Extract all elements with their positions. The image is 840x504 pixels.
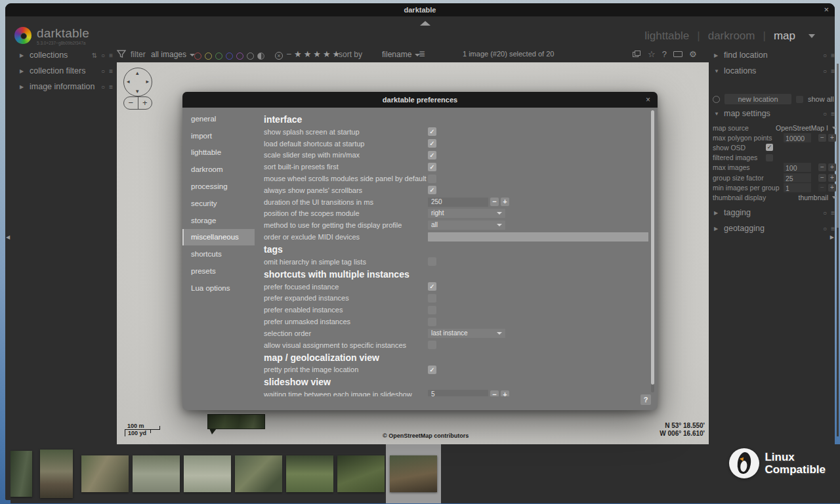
rating-stars[interactable]: ★★★★★ xyxy=(294,49,342,59)
pref-checkbox[interactable]: ✓ xyxy=(428,127,436,136)
right-module-locations[interactable]: ▼locations○≡ xyxy=(714,66,835,76)
left-module-collection-filters[interactable]: ▶collection filters○≡ xyxy=(20,66,113,76)
map-zoom-control[interactable]: − + xyxy=(123,96,152,110)
expand-arrow-icon[interactable]: ▶ xyxy=(20,84,25,90)
pref-select[interactable]: last instance xyxy=(428,329,505,338)
spin-minus-button[interactable]: − xyxy=(818,174,826,182)
filter-funnel-icon[interactable] xyxy=(117,49,129,58)
right-module-tagging[interactable]: ▶tagging○≡ xyxy=(714,207,835,218)
pref-checkbox[interactable]: ✓ xyxy=(428,186,436,194)
preferences-gear-icon[interactable]: ⚙ xyxy=(689,49,697,59)
right-panel-scrollbar[interactable] xyxy=(837,64,839,436)
spin-minus-button[interactable]: − xyxy=(490,198,499,206)
presets-icon[interactable]: ≡ xyxy=(109,83,113,91)
setting-spin-value[interactable]: 25 xyxy=(784,173,811,182)
setting-spin-value[interactable]: 1 xyxy=(784,183,811,192)
expand-arrow-icon[interactable]: ▶ xyxy=(714,210,719,216)
pref-checkbox[interactable]: ✓ xyxy=(428,282,436,291)
left-module-image-information[interactable]: ▶image information○≡ xyxy=(20,81,113,92)
dropdown-caret-icon[interactable] xyxy=(832,196,836,199)
spin-plus-button[interactable]: + xyxy=(828,163,836,171)
right-module-geotagging[interactable]: ▶geotagging○≡ xyxy=(714,223,835,234)
pan-up-icon[interactable]: ▴ xyxy=(136,70,139,76)
color-label-filter-1[interactable] xyxy=(205,52,212,60)
pref-tab-shortcuts[interactable]: shortcuts xyxy=(182,245,255,262)
pref-tab-storage[interactable]: storage xyxy=(182,212,255,229)
pref-tab-lighttable[interactable]: lighttable xyxy=(182,144,255,161)
filmstrip-thumbnail[interactable] xyxy=(232,444,285,503)
zoom-in-icon[interactable]: + xyxy=(138,97,152,109)
expand-arrow-icon[interactable]: ▼ xyxy=(714,68,719,74)
pref-tab-miscellaneous[interactable]: miscellaneous xyxy=(182,229,255,246)
expand-arrow-icon[interactable]: ▶ xyxy=(714,226,719,232)
pref-checkbox[interactable]: ✓ xyxy=(428,366,436,374)
dialog-scrollbar[interactable] xyxy=(651,110,654,392)
sort-order-icon[interactable]: ⇅ xyxy=(92,52,97,59)
rating-dash-icon[interactable]: – xyxy=(287,49,291,58)
reject-filter-icon[interactable]: × xyxy=(275,51,283,60)
zoom-out-icon[interactable]: − xyxy=(124,97,138,109)
setting-checkbox[interactable]: ✓ xyxy=(766,144,773,151)
pref-checkbox[interactable] xyxy=(428,318,436,326)
expand-arrow-icon[interactable]: ▶ xyxy=(20,68,25,74)
filmstrip-thumbnail[interactable] xyxy=(284,444,336,503)
pref-tab-darkroom[interactable]: darkroom xyxy=(182,161,255,178)
pref-tab-presets[interactable]: presets xyxy=(182,262,255,280)
color-label-filter-5[interactable] xyxy=(247,52,254,60)
presets-icon[interactable]: ≡ xyxy=(109,68,113,75)
color-label-filter-2[interactable] xyxy=(215,52,222,60)
right-module-find-location[interactable]: ▶find location○≡ xyxy=(714,50,835,60)
pref-checkbox[interactable]: ✓ xyxy=(428,163,436,171)
view-dropdown-caret-icon[interactable] xyxy=(808,34,815,38)
presets-icon[interactable]: ≡ xyxy=(831,110,835,117)
pref-spin-value[interactable]: 5 xyxy=(428,390,488,396)
color-label-filter-3[interactable] xyxy=(226,52,233,60)
spin-minus-button[interactable]: − xyxy=(490,390,499,396)
help-icon[interactable]: ? xyxy=(662,49,667,59)
reset-icon[interactable]: ○ xyxy=(101,52,105,59)
pan-left-icon[interactable]: ◂ xyxy=(127,78,130,85)
setting-spin-value[interactable]: 10000 xyxy=(784,133,811,142)
pref-checkbox[interactable] xyxy=(428,294,436,303)
spin-minus-button[interactable]: − xyxy=(818,163,826,171)
presets-icon[interactable]: ≡ xyxy=(831,68,835,75)
view-tab-darkroom[interactable]: darkroom xyxy=(708,30,755,43)
pref-tab-general[interactable]: general xyxy=(182,110,255,127)
map-image-marker[interactable] xyxy=(207,414,265,429)
new-location-button[interactable]: new location xyxy=(724,94,791,104)
left-panel-expand-icon[interactable]: ◀ xyxy=(6,234,10,240)
setting-select-value[interactable]: thumbnail xyxy=(798,194,828,201)
filmstrip-thumbnail[interactable] xyxy=(33,444,80,503)
pref-select[interactable]: all xyxy=(428,220,505,230)
spin-minus-button[interactable]: − xyxy=(818,134,826,142)
right-panel-expand-icon[interactable]: ▶ xyxy=(830,234,834,240)
spin-plus-button[interactable]: + xyxy=(828,134,836,142)
filmstrip-thumbnail[interactable] xyxy=(386,444,441,503)
filmstrip-thumbnail[interactable] xyxy=(181,444,234,503)
dialog-close-icon[interactable]: × xyxy=(646,95,650,104)
pref-text-input[interactable] xyxy=(428,232,648,242)
focus-peaking-icon[interactable] xyxy=(673,49,682,59)
grouping-icon[interactable] xyxy=(633,51,641,58)
reset-icon[interactable]: ○ xyxy=(823,110,827,117)
presets-icon[interactable]: ≡ xyxy=(831,209,835,217)
view-tab-lighttable[interactable]: lighttable xyxy=(644,30,689,43)
reset-icon[interactable]: ○ xyxy=(823,68,827,75)
filmstrip-thumbnail[interactable] xyxy=(79,444,131,503)
pref-tab-processing[interactable]: processing xyxy=(182,178,255,195)
pref-tab-import[interactable]: import xyxy=(182,127,255,144)
setting-spin-value[interactable]: 100 xyxy=(784,163,811,172)
filter-scope-select[interactable]: all images xyxy=(151,50,195,59)
spin-plus-button[interactable]: + xyxy=(828,184,836,192)
pref-checkbox[interactable]: ✓ xyxy=(428,139,436,148)
reset-icon[interactable]: ○ xyxy=(823,52,827,59)
setting-checkbox[interactable] xyxy=(766,154,773,161)
presets-icon[interactable]: ≡ xyxy=(831,52,835,59)
pan-right-icon[interactable]: ▸ xyxy=(146,78,149,85)
dialog-help-button[interactable]: ? xyxy=(640,394,651,405)
presets-icon[interactable]: ≡ xyxy=(109,52,113,59)
color-label-filter-4[interactable] xyxy=(236,52,243,60)
sort-direction-icon[interactable]: ≣ xyxy=(419,49,425,58)
view-tab-map[interactable]: map xyxy=(774,30,795,43)
spin-plus-button[interactable]: + xyxy=(501,390,509,396)
